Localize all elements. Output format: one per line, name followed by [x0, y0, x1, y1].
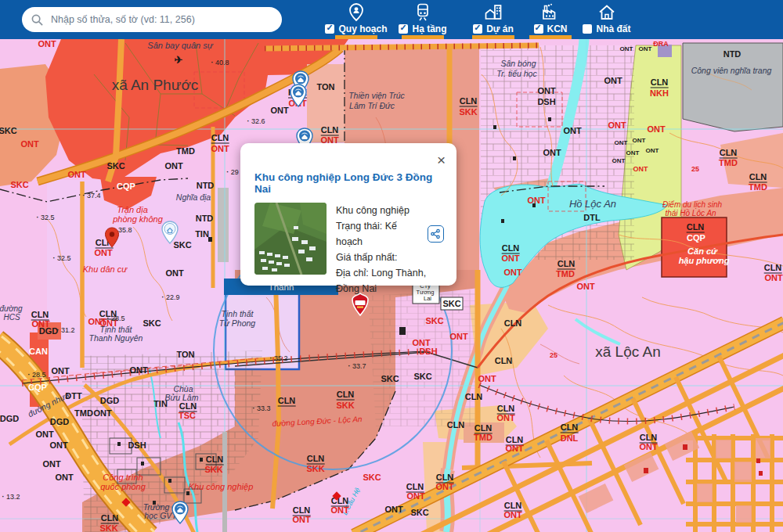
popup-type: Khu công nghiệp — [336, 203, 444, 218]
active-tab-indicator — [402, 35, 444, 39]
info-popup: × Khu công nghiệp Long Đức 3 Đồng Nai — [240, 143, 456, 286]
satellite-thumbnail[interactable] — [254, 203, 327, 275]
checkbox-kcn[interactable] — [534, 24, 543, 34]
tab-label: Dự án — [486, 23, 514, 34]
search-icon — [31, 14, 43, 26]
land-map-app: ONTSân bay quân sự✈40.8xã An PhướcHNKONT… — [0, 0, 783, 532]
active-tab-indicator — [529, 35, 572, 39]
zone-cemetery — [683, 43, 783, 131]
checkbox-du-an[interactable] — [473, 24, 482, 34]
popup-title: Khu công nghiệp Long Đức 3 Đồng Nai — [254, 171, 444, 195]
active-tab-indicator — [335, 35, 377, 39]
top-navigation-bar: Quy hoạch Hạ tầng — [0, 0, 783, 39]
tab-label: Nhà đất — [596, 23, 630, 34]
tab-quy-hoach[interactable]: Quy hoạch — [321, 0, 392, 39]
search-input[interactable] — [49, 13, 272, 26]
popup-status: Trạng thái: Kế hoạch — [336, 218, 423, 250]
checkbox-quy-hoach[interactable] — [325, 24, 334, 34]
share-button[interactable] — [428, 225, 444, 243]
close-icon[interactable]: × — [437, 153, 446, 167]
thumbnail-image — [254, 203, 327, 275]
tab-label: KCN — [547, 23, 568, 34]
tab-ha-tang[interactable]: Hạ tầng — [388, 0, 458, 39]
tab-nha-dat[interactable]: Nhà đất — [572, 0, 642, 39]
house-icon — [597, 2, 617, 23]
share-icon — [430, 228, 441, 239]
search-box[interactable] — [22, 7, 282, 32]
train-icon — [413, 2, 433, 23]
factory-icon — [540, 2, 561, 23]
tab-label: Quy hoạch — [338, 23, 387, 34]
popup-price: Giá thấp nhất: — [336, 250, 444, 265]
active-tab-indicator — [472, 35, 514, 39]
buildings-icon — [483, 2, 503, 23]
zone-can-cu — [662, 217, 727, 277]
planning-pin-icon — [346, 2, 366, 23]
popup-address: Địa chỉ: Long Thành, Đồng Nai — [336, 265, 436, 297]
tab-label: Hạ tầng — [412, 23, 446, 34]
checkbox-ha-tang[interactable] — [399, 24, 408, 34]
checkbox-nha-dat[interactable] — [583, 24, 592, 34]
